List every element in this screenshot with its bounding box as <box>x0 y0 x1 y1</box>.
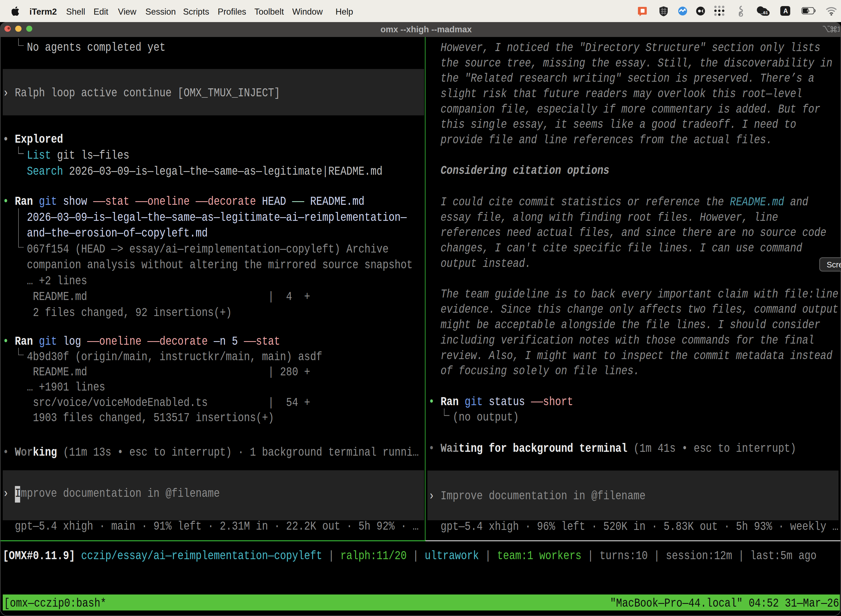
svg-text:A: A <box>783 7 788 15</box>
svg-text:..61: ..61 <box>761 10 768 15</box>
svg-text:1: 1 <box>837 25 840 34</box>
